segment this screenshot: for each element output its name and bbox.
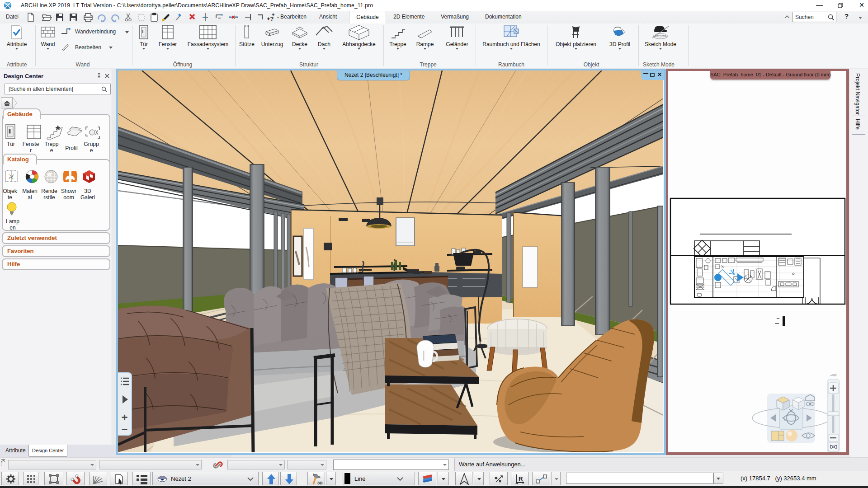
- svg-text:3D: 3D: [317, 481, 323, 485]
- svg-text:R: R: [519, 475, 523, 482]
- svg-text:+: +: [272, 12, 274, 17]
